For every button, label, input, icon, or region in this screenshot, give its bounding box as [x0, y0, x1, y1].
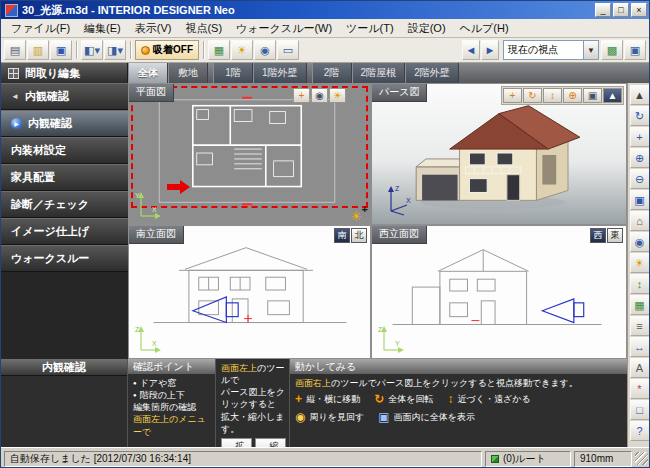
check-points-section: 確認ポイント ●ドアや窓●階段の上下 編集箇所の確認 画面左上のメニューで	[128, 359, 215, 447]
north-button[interactable]: 北	[351, 228, 367, 243]
sidebar-item-image-finish[interactable]: イメージ仕上げ	[1, 218, 128, 245]
camera-marker-icon[interactable]: ◉	[311, 88, 328, 103]
sidebar-item-interior-check[interactable]: 内観確認	[1, 110, 128, 137]
south-elevation-viewport[interactable]: 南立面図 南北 Z X	[128, 225, 371, 359]
sidebar-item-diagnosis[interactable]: 診断／チェック	[1, 191, 128, 218]
floor-tabs: 全体敷地1階1階外壁2階2階屋根2階外壁	[128, 63, 459, 83]
layers-tool-icon[interactable]: ≡	[630, 316, 650, 336]
west-direction-buttons: 西東	[590, 228, 623, 243]
orbit-tool-icon[interactable]: ↻	[630, 106, 650, 126]
sidebar-item-materials[interactable]: 内装材設定	[1, 137, 128, 164]
fit-view-icon[interactable]: ▣	[583, 88, 602, 103]
sidebar: ◄ 内観確認 内観確認 内装材設定 家具配置 診断／チェック	[1, 83, 128, 359]
west-elevation-viewport[interactable]: 西立面図 西東 Z Y	[371, 225, 627, 359]
menu-item[interactable]: ツール(T)	[339, 19, 401, 38]
tab-whole[interactable]: 全体	[128, 63, 168, 83]
check-note-highlight: 画面左上のメニューで	[133, 413, 212, 437]
minimize-button[interactable]: _	[595, 3, 611, 17]
sidebar-items: 内観確認 内装材設定 家具配置 診断／チェック イメージ仕上げ ウォークスルー	[1, 110, 128, 272]
elevate-view-icon[interactable]: ↕	[543, 88, 562, 103]
look-around-action[interactable]: ◉ 周りを見回す	[295, 411, 364, 423]
capture-icon[interactable]: ▣	[624, 40, 646, 60]
route-indicator: (0)ルート	[485, 451, 571, 467]
current-view-select[interactable]: 現在の視点 ▼	[503, 40, 599, 60]
zoom-in-tool-icon[interactable]: ⊕	[630, 148, 650, 168]
display-settings-icon[interactable]: ▭	[277, 40, 299, 60]
walk-tool-icon[interactable]: ↕	[630, 274, 650, 294]
near-far-action[interactable]: ↕ 近づく・遠ざかる	[448, 393, 531, 405]
camera-icon[interactable]: ◉	[254, 40, 276, 60]
save-icon[interactable]: ▣	[50, 40, 72, 60]
measurement-value: 910mm	[574, 451, 632, 467]
next-view-icon[interactable]: ►	[481, 40, 499, 60]
open-folder-icon[interactable]: ▥	[27, 40, 49, 60]
camera-actions: + 縦・横に移動 ↻ 全体を回転 ↕ 近づく・遠ざかる ◉ 周りを見回す	[295, 393, 605, 429]
light-marker-icon[interactable]: ☀	[329, 88, 346, 103]
menu-item[interactable]: 編集(E)	[77, 19, 128, 38]
light-toggle-icon[interactable]: ☀	[231, 40, 253, 60]
menu-bar: ファイル(F)編集(E)表示(V)視点(S)ウォークスルー(W)ツール(T)設定…	[1, 19, 649, 38]
grid-toggle-icon[interactable]: ▦	[208, 40, 230, 60]
zoom-view-icon[interactable]: ⊕	[563, 88, 582, 103]
main-toolbar: ▤▥▣ ◧▾◨▾ 吸着OFF ▦☀◉▭ ◄► 現在の視点 ▼ ▩▣	[1, 38, 649, 63]
fit-all-action[interactable]: ▣ 画面内に全体を表示	[378, 411, 475, 423]
rotate-all-action[interactable]: ↻ 全体を回転	[374, 393, 433, 405]
east-button[interactable]: 東	[607, 228, 623, 243]
south-button[interactable]: 南	[334, 228, 350, 243]
fit-view-tool-icon[interactable]: ▣	[630, 190, 650, 210]
menu-item[interactable]: 設定(O)	[401, 19, 453, 38]
select-tool-icon[interactable]: ▲	[630, 85, 650, 105]
move-view-icon[interactable]: +	[503, 88, 522, 103]
prev-view-icon[interactable]: ◄	[462, 40, 480, 60]
capture-tool-icon[interactable]: □	[630, 400, 650, 420]
home-view-tool-icon[interactable]: ⌂	[630, 211, 650, 231]
tab-1f-walls[interactable]: 1階外壁	[253, 63, 307, 83]
tab-2f-roof[interactable]: 2階屋根	[352, 63, 406, 83]
pointer-mode-icon[interactable]: ▲	[603, 88, 622, 103]
tab-site[interactable]: 敷地	[168, 63, 208, 83]
window-title: 30_光源.m3d - INTERIOR DESIGNER Neo	[22, 3, 593, 18]
new-file-icon[interactable]: ▤	[4, 40, 26, 60]
maximize-button[interactable]: □	[613, 3, 629, 17]
camera-tool-icon[interactable]: ◉	[630, 232, 650, 252]
label-tool-icon[interactable]: A	[630, 358, 650, 378]
zoom-out-tool-icon[interactable]: ⊖	[630, 169, 650, 189]
app-icon[interactable]	[5, 4, 18, 17]
west-button[interactable]: 西	[590, 228, 606, 243]
sidebar-header[interactable]: ◄ 内観確認	[1, 83, 128, 110]
menu-item[interactable]: 表示(V)	[128, 19, 179, 38]
rotate-view-icon[interactable]: ↻	[523, 88, 542, 103]
menu-item[interactable]: 視点(S)	[178, 19, 229, 38]
menu-item[interactable]: ファイル(F)	[4, 19, 77, 38]
tab-2f-walls[interactable]: 2階外壁	[405, 63, 459, 83]
menu-item[interactable]: ウォークスルー(W)	[229, 19, 339, 38]
move-viewpoint-icon[interactable]: +	[293, 88, 310, 103]
close-button[interactable]: ×	[631, 3, 647, 17]
render-icon[interactable]: ▩	[601, 40, 623, 60]
menu-item[interactable]: ヘルプ(H)	[453, 19, 516, 38]
perspective-viewport[interactable]: パース図 +↻↕⊕▣▲ Z X	[371, 83, 627, 225]
viewpoint-arrow[interactable]	[167, 180, 191, 194]
snap-toggle-button[interactable]: 吸着OFF	[135, 40, 199, 60]
viewpoint-preset-icon[interactable]: ◧▾	[81, 40, 103, 60]
sidebar-item-furniture[interactable]: 家具配置	[1, 164, 128, 191]
tab-2f[interactable]: 2階	[312, 63, 352, 83]
mode-button-madori-edit[interactable]: 間取り編集	[1, 63, 128, 83]
check-point-list: ●ドアや窓●階段の上下	[133, 377, 212, 401]
south-elevation-drawing	[129, 226, 370, 358]
sidebar-item-walkthrough[interactable]: ウォークスルー	[1, 245, 128, 272]
plan-viewport[interactable]: 平面図 +◉☀ ☀ + Y X	[128, 83, 371, 225]
pan-tool-icon[interactable]: +	[630, 127, 650, 147]
resize-grip[interactable]	[635, 452, 648, 465]
help-tool-icon[interactable]: ?	[630, 421, 650, 441]
move-xy-action[interactable]: + 縦・横に移動	[295, 393, 360, 405]
sunlight-tool-icon[interactable]: ☀	[630, 253, 650, 273]
tab-1f[interactable]: 1階	[213, 63, 253, 83]
measure-tool-icon[interactable]: ↔	[630, 337, 650, 357]
right-tool-rail: ▲↻+⊕⊖▣⌂◉☀↕▦≡↔A*□?	[627, 83, 650, 447]
grid-tool-icon[interactable]: ▦	[630, 295, 650, 315]
sun-light-icon[interactable]: ☀	[350, 210, 362, 223]
walkthrough-preset-icon[interactable]: ◨▾	[104, 40, 126, 60]
settings-tool-icon[interactable]: *	[630, 379, 650, 399]
move-header: 動かしてみる	[290, 359, 627, 374]
